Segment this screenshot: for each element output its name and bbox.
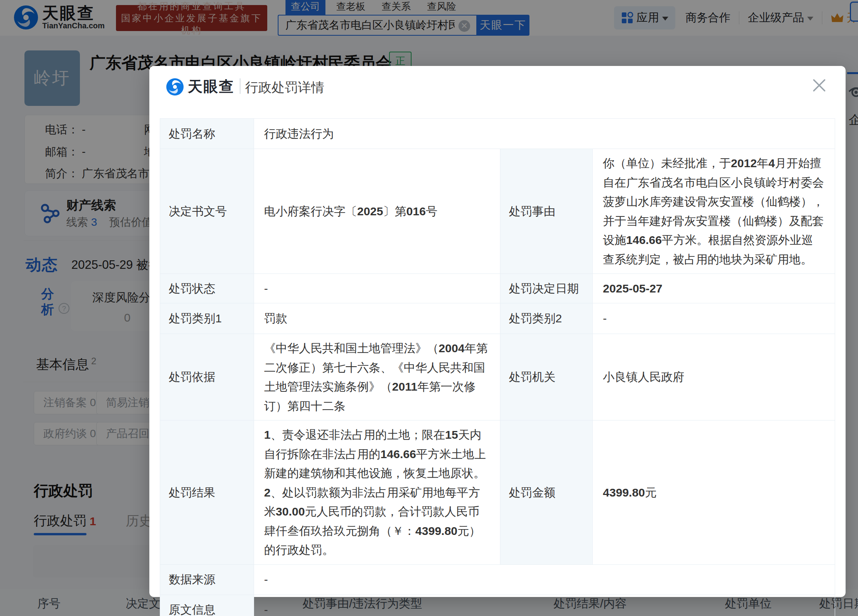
penalty-field-value: 1、责令退还非法占用的土地；限在15天内自行拆除在非法占用的146.66平方米土…: [254, 420, 500, 565]
modal-header: 天眼查 行政处罚详情: [149, 66, 846, 118]
divider: [240, 78, 240, 94]
penalty-field-value: -: [254, 274, 500, 303]
penalty-field-label: 处罚类别1: [160, 303, 254, 334]
penalty-field-value: 小良镇人民政府: [593, 334, 835, 420]
penalty-field-value: 《中华人民共和国土地管理法》（2004年第二次修正）第七十六条、《中华人民共和国…: [254, 334, 500, 420]
tianyancha-swirl-icon: [166, 78, 184, 96]
penalty-field-label: 原文信息: [160, 595, 254, 616]
penalty-field-value: 你（单位）未经批准，于2012年4月开始擅自在广东省茂名市电白区小良镇岭圩村委会…: [593, 149, 835, 274]
screen: 天眼查 TianYanCha.com 都在用的商业查询工具 国家中小企业发展子基…: [0, 0, 858, 616]
penalty-field-label: 处罚机关: [500, 334, 592, 420]
penalty-field-label: 决定书文号: [160, 149, 254, 274]
penalty-field-value: 2025-05-27: [593, 274, 835, 303]
penalty-field-label: 数据来源: [160, 564, 254, 595]
penalty-field-label: 处罚结果: [160, 420, 254, 565]
penalty-field-label: 处罚状态: [160, 274, 254, 303]
modal-logo-title: 天眼查: [188, 77, 234, 97]
penalty-field-label: 处罚名称: [160, 119, 254, 149]
modal-logo: 天眼查: [166, 77, 234, 97]
modal-body: 处罚名称行政违法行为决定书文号电小府案行决字〔2025〕第016号处罚事由你（单…: [149, 118, 846, 616]
penalty-field-value: 电小府案行决字〔2025〕第016号: [254, 149, 500, 274]
penalty-field-label: 处罚类别2: [500, 303, 592, 334]
penalty-field-value: -: [254, 595, 835, 616]
close-icon[interactable]: [811, 78, 827, 93]
penalty-field-label: 处罚事由: [500, 149, 592, 274]
penalty-field-value: 行政违法行为: [254, 119, 835, 149]
penalty-detail-table: 处罚名称行政违法行为决定书文号电小府案行决字〔2025〕第016号处罚事由你（单…: [160, 118, 835, 616]
modal-title: 行政处罚详情: [245, 79, 324, 97]
penalty-field-value: 4399.80元: [593, 420, 835, 565]
penalty-field-label: 处罚金额: [500, 420, 592, 565]
penalty-field-value: -: [593, 303, 835, 334]
penalty-field-value: 罚款: [254, 303, 500, 334]
penalty-field-label: 处罚决定日期: [500, 274, 592, 303]
penalty-detail-modal: 天眼查 行政处罚详情 处罚名称行政违法行为决定书文号电小府案行决字〔2025〕第…: [149, 66, 846, 597]
penalty-field-value: -: [254, 564, 835, 595]
penalty-field-label: 处罚依据: [160, 334, 254, 420]
